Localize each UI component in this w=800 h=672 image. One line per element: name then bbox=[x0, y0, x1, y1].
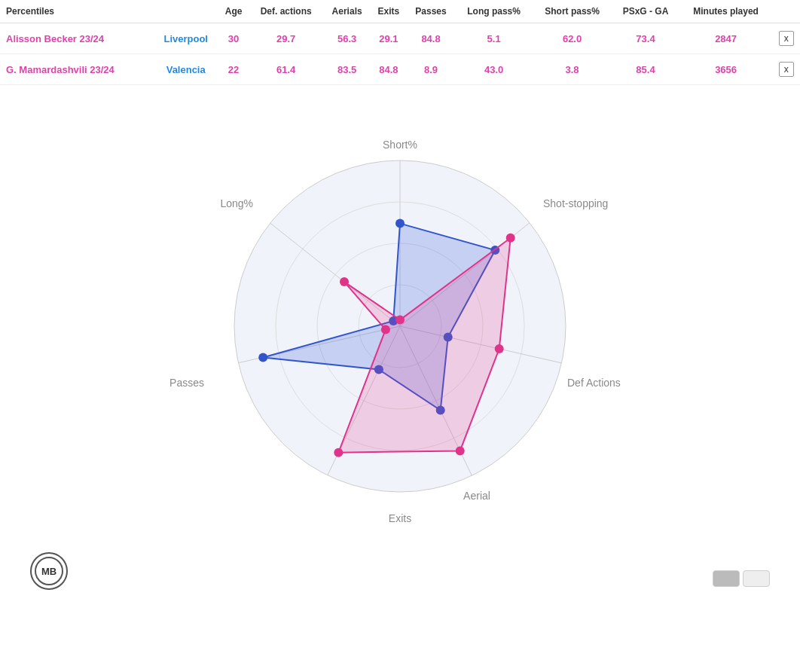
col-age: Age bbox=[218, 0, 249, 23]
minutes-1: 2847 bbox=[679, 23, 773, 54]
axis-label-passes: Passes bbox=[169, 377, 204, 389]
short-pass-1: 62.0 bbox=[533, 23, 612, 54]
axis-label-shot: Shot-stopping bbox=[543, 197, 608, 209]
col-aerials: Aerials bbox=[323, 0, 371, 23]
remove-row-1-button[interactable]: x bbox=[779, 31, 794, 46]
axis-label-aerial: Aerial bbox=[463, 490, 490, 502]
stats-table: Percentiles Age Def. actions Aerials Exi… bbox=[0, 0, 800, 85]
chart-wrapper: Short% Shot-stopping Def Actions Aerial … bbox=[0, 93, 800, 605]
minutes-2: 3656 bbox=[679, 54, 773, 85]
toggle-button-1[interactable] bbox=[713, 570, 740, 587]
passes-2: 8.9 bbox=[407, 54, 455, 85]
axis-label-short: Short% bbox=[383, 139, 417, 151]
mb-logo: MB bbox=[30, 552, 68, 590]
pink-dot-1 bbox=[506, 234, 515, 243]
radar-chart: Short% Shot-stopping Def Actions Aerial … bbox=[136, 93, 664, 560]
logo-area: MB bbox=[30, 552, 68, 590]
table-row: Alisson Becker 23/24 Liverpool 30 29.7 5… bbox=[0, 23, 800, 54]
age-2: 22 bbox=[218, 54, 249, 85]
table-container: Percentiles Age Def. actions Aerials Exi… bbox=[0, 0, 800, 85]
toggle-button-2[interactable] bbox=[743, 570, 770, 587]
team-name-1: Liverpool bbox=[153, 23, 218, 54]
svg-text:MB: MB bbox=[41, 566, 56, 577]
pink-dot-3 bbox=[456, 447, 465, 456]
col-long-pass: Long pass% bbox=[455, 0, 533, 23]
col-action bbox=[772, 0, 800, 23]
main-container: Percentiles Age Def. actions Aerials Exi… bbox=[0, 0, 800, 605]
blue-dot-0 bbox=[395, 219, 405, 228]
short-pass-2: 3.8 bbox=[533, 54, 612, 85]
pink-dot-0 bbox=[395, 316, 405, 325]
def-actions-1: 29.7 bbox=[249, 23, 323, 54]
psxg-1: 73.4 bbox=[612, 23, 679, 54]
passes-1: 84.8 bbox=[407, 23, 455, 54]
aerials-2: 83.5 bbox=[323, 54, 371, 85]
table-row: G. Mamardashvili 23/24 Valencia 22 61.4 … bbox=[0, 54, 800, 85]
axis-label-def: Def Actions bbox=[567, 377, 621, 389]
player-name-2: G. Mamardashvili 23/24 bbox=[0, 54, 153, 85]
blue-dot-5 bbox=[258, 353, 267, 362]
player-name-1: Alisson Becker 23/24 bbox=[0, 23, 153, 54]
pink-dot-4 bbox=[334, 448, 343, 457]
toggle-area bbox=[713, 570, 770, 587]
col-percentiles: Percentiles bbox=[0, 0, 153, 23]
pink-dot-5 bbox=[381, 325, 390, 334]
exits-1: 29.1 bbox=[371, 23, 407, 54]
col-exits: Exits bbox=[371, 0, 407, 23]
col-passes: Passes bbox=[407, 0, 455, 23]
axis-label-long: Long% bbox=[220, 197, 253, 209]
radar-container: Short% Shot-stopping Def Actions Aerial … bbox=[0, 93, 800, 560]
remove-row-2-button[interactable]: x bbox=[779, 62, 794, 77]
col-team bbox=[153, 0, 218, 23]
long-pass-1: 5.1 bbox=[455, 23, 533, 54]
col-psxg: PSxG - GA bbox=[612, 0, 679, 23]
col-minutes: Minutes played bbox=[679, 0, 773, 23]
team-name-2: Valencia bbox=[153, 54, 218, 85]
psxg-2: 85.4 bbox=[612, 54, 679, 85]
pink-dot-6 bbox=[340, 277, 349, 286]
axis-label-exits: Exits bbox=[389, 512, 411, 524]
col-short-pass: Short pass% bbox=[533, 0, 612, 23]
exits-2: 84.8 bbox=[371, 54, 407, 85]
long-pass-2: 43.0 bbox=[455, 54, 533, 85]
pink-dot-2 bbox=[495, 344, 504, 353]
def-actions-2: 61.4 bbox=[249, 54, 323, 85]
age-1: 30 bbox=[218, 23, 249, 54]
col-def-actions: Def. actions bbox=[249, 0, 323, 23]
aerials-1: 56.3 bbox=[323, 23, 371, 54]
